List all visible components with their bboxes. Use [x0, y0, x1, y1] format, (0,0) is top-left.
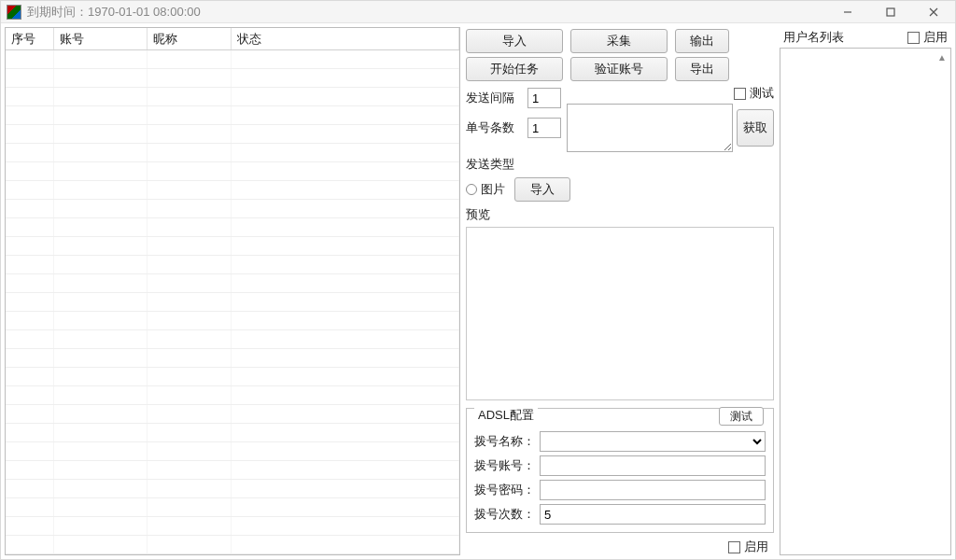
table-row[interactable]: [6, 125, 459, 144]
user-list-label: 用户名列表: [783, 29, 907, 46]
client-area: 序号 账号 昵称 状态 导入 采集 输出 开始任务 验证账号 导出: [1, 23, 955, 559]
table-row[interactable]: [6, 349, 459, 368]
checkbox-icon: [728, 541, 740, 553]
table-row[interactable]: [6, 274, 459, 293]
user-list-enable-checkbox[interactable]: 启用: [907, 29, 948, 46]
table-body[interactable]: [6, 50, 459, 554]
minimize-button[interactable]: [826, 1, 869, 23]
adsl-account-label: 拨号账号：: [474, 457, 536, 474]
table-row[interactable]: [6, 442, 459, 461]
accounts-table: 序号 账号 昵称 状态: [5, 27, 460, 555]
maximize-button[interactable]: [869, 1, 912, 23]
adsl-times-input[interactable]: [540, 504, 766, 525]
close-button[interactable]: [912, 1, 955, 23]
table-row[interactable]: [6, 461, 459, 480]
adsl-enable-checkbox[interactable]: 启用: [728, 539, 768, 555]
adsl-group: ADSL配置 测试 拨号名称： 拨号账号： 拨号密码： 拨号次数：: [466, 408, 774, 533]
checkbox-icon: [734, 88, 746, 100]
test-top-checkbox[interactable]: 测试: [734, 85, 774, 102]
per-account-count-input[interactable]: [527, 118, 561, 138]
adsl-test-button[interactable]: 测试: [719, 407, 764, 426]
table-row[interactable]: [6, 162, 459, 181]
table-row[interactable]: [6, 88, 459, 106]
send-interval-label: 发送间隔: [466, 90, 522, 106]
verify-account-button[interactable]: 验证账号: [570, 57, 668, 81]
window-title: 到期时间：1970-01-01 08:00:00: [27, 4, 201, 21]
adsl-password-label: 拨号密码：: [474, 482, 536, 498]
start-task-button[interactable]: 开始任务: [466, 57, 563, 81]
table-row[interactable]: [6, 424, 459, 442]
table-row[interactable]: [6, 536, 459, 554]
adsl-password-input[interactable]: [540, 480, 766, 500]
fetch-button[interactable]: 获取: [737, 109, 774, 147]
table-row[interactable]: [6, 480, 459, 498]
send-type-label: 发送类型: [466, 156, 774, 173]
svg-rect-0: [887, 8, 894, 16]
import-button[interactable]: 导入: [466, 29, 563, 53]
fetch-textarea[interactable]: [567, 104, 733, 152]
table-row[interactable]: [6, 368, 459, 386]
table-row[interactable]: [6, 293, 459, 312]
preview-label: 预览: [466, 206, 774, 223]
adsl-name-label: 拨号名称：: [474, 433, 536, 450]
export-button[interactable]: 导出: [675, 57, 729, 81]
table-row[interactable]: [6, 312, 459, 330]
table-row[interactable]: [6, 517, 459, 536]
titlebar: 到期时间：1970-01-01 08:00:00: [1, 1, 955, 23]
output-button[interactable]: 输出: [675, 29, 729, 53]
image-radio[interactable]: 图片: [466, 181, 505, 198]
header-account[interactable]: 账号: [54, 28, 148, 49]
table-row[interactable]: [6, 106, 459, 125]
table-header: 序号 账号 昵称 状态: [6, 28, 459, 50]
controls-panel: 导入 采集 输出 开始任务 验证账号 导出 发送间隔 单号条数: [466, 27, 774, 555]
app-icon: [7, 5, 21, 20]
main-window: 到期时间：1970-01-01 08:00:00 序号 账号 昵称 状态 导入: [0, 0, 956, 560]
user-list-panel: 用户名列表 启用: [780, 27, 951, 555]
table-row[interactable]: [6, 256, 459, 274]
adsl-account-input[interactable]: [540, 455, 766, 476]
table-row[interactable]: [6, 237, 459, 256]
preview-box: [466, 227, 774, 400]
checkbox-icon: [907, 32, 920, 44]
table-row[interactable]: [6, 200, 459, 218]
table-row[interactable]: [6, 144, 459, 162]
user-list-box[interactable]: [780, 48, 951, 555]
radio-icon: [466, 184, 477, 195]
adsl-name-select[interactable]: [540, 431, 766, 452]
collect-button[interactable]: 采集: [570, 29, 668, 53]
table-row[interactable]: [6, 181, 459, 200]
header-nickname[interactable]: 昵称: [148, 28, 232, 49]
table-row[interactable]: [6, 50, 459, 69]
table-row[interactable]: [6, 498, 459, 517]
send-interval-input[interactable]: [527, 88, 561, 108]
table-row[interactable]: [6, 405, 459, 424]
adsl-times-label: 拨号次数：: [474, 506, 536, 523]
header-status[interactable]: 状态: [232, 28, 459, 49]
import-image-button[interactable]: 导入: [514, 177, 570, 202]
table-row[interactable]: [6, 218, 459, 237]
table-row[interactable]: [6, 330, 459, 349]
per-account-count-label: 单号条数: [466, 119, 522, 136]
adsl-config-label: ADSL配置: [474, 407, 538, 424]
scroll-up-icon[interactable]: [935, 50, 949, 63]
header-seq[interactable]: 序号: [6, 28, 54, 49]
table-row[interactable]: [6, 386, 459, 405]
table-row[interactable]: [6, 69, 459, 88]
